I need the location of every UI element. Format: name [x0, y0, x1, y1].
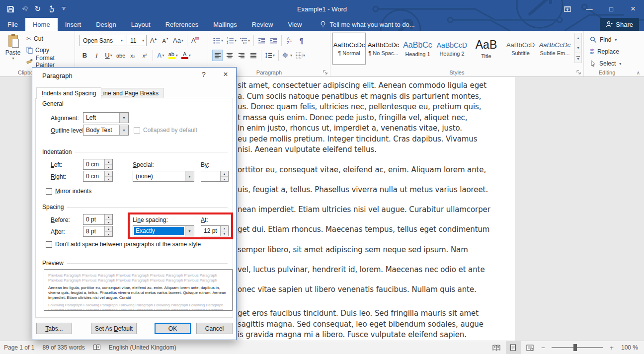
tab-layout[interactable]: Layout: [124, 18, 158, 31]
ok-button[interactable]: OK: [155, 323, 191, 334]
zoom-out-button[interactable]: −: [540, 344, 547, 352]
subscript-button[interactable]: x₂: [128, 50, 138, 61]
word-count[interactable]: 89 of 335 words: [38, 341, 88, 354]
collapse-ribbon-icon[interactable]: ∧: [637, 70, 640, 75]
cut-button[interactable]: ✂Cut: [26, 34, 75, 43]
share-button[interactable]: Share: [600, 18, 639, 31]
zoom-level[interactable]: 100 %: [617, 341, 640, 354]
highlight-button[interactable]: ab▾: [167, 50, 179, 61]
styles-dialog-launcher-icon[interactable]: [576, 70, 581, 75]
page-count[interactable]: Page 1 of 1: [0, 341, 38, 354]
undo-icon[interactable]: ↶▾: [22, 4, 27, 13]
format-painter-button[interactable]: Format Painter: [26, 57, 75, 66]
styles-scroll-down-icon[interactable]: ▾: [574, 43, 582, 53]
document-line[interactable]: a. Cum sociis natoque penatibus et magni…: [238, 92, 481, 101]
alignment-dropdown[interactable]: Left▾: [83, 112, 129, 123]
line-spacing-button[interactable]: ▾: [264, 50, 276, 61]
align-right-button[interactable]: [236, 50, 246, 61]
document-line[interactable]: nisi. Aenean vulputate eleifend tellus.: [238, 145, 377, 154]
document-line[interactable]: sagittis magna. Sed consequat, leo eget …: [238, 320, 483, 329]
tab-view[interactable]: View: [280, 18, 309, 31]
minimize-icon[interactable]: —: [578, 0, 600, 18]
style-title[interactable]: AaBTitle: [470, 33, 503, 65]
document-line[interactable]: uis, feugiat a, tellus. Phasellus viverr…: [238, 185, 488, 194]
document-line[interactable]: nean imperdiet. Etiam ultricies nisi vel…: [238, 205, 490, 214]
spacing-before-spinner[interactable]: 0 pt▴▾: [83, 214, 113, 225]
decrease-indent-button[interactable]: [256, 35, 267, 46]
tab-references[interactable]: References: [158, 18, 206, 31]
spin-up-icon[interactable]: ▴: [105, 226, 112, 232]
style-subtitle[interactable]: AaBbCcDSubtitle: [504, 33, 537, 65]
document-line[interactable]: vel, luctus pulvinar, hendrerit id, lore…: [238, 265, 485, 274]
dialog-help-icon[interactable]: ?: [196, 68, 211, 81]
tabs-button[interactable]: Tabs...: [36, 323, 72, 334]
indent-left-spinner[interactable]: 0 cm▴▾: [83, 159, 113, 170]
document-line[interactable]: In enim justo, rhoncus ut, imperdiet a, …: [238, 124, 462, 133]
document-line[interactable]: us. Donec quam felis, ultricies nec, pel…: [238, 102, 481, 111]
by-spinner[interactable]: ▴▾: [201, 171, 229, 182]
spin-up-icon[interactable]: ▴: [221, 226, 228, 231]
text-effects-button[interactable]: A▾: [156, 50, 166, 61]
multilevel-list-button[interactable]: ▾: [239, 35, 251, 46]
document-line[interactable]: get eros faucibus tincidunt. Duis leo. S…: [238, 309, 479, 318]
redo-icon[interactable]: ↻: [35, 4, 41, 13]
document-line[interactable]: t massa quis enim. Donec pede justo, fri…: [238, 113, 467, 122]
zoom-in-button[interactable]: +: [608, 344, 615, 352]
numbering-button[interactable]: 123▾: [226, 35, 238, 46]
styles-more-icon[interactable]: ▾: [574, 53, 582, 63]
spin-up-icon[interactable]: ▴: [221, 171, 228, 177]
style-normal[interactable]: AaBbCcDc¶ Normal: [332, 33, 366, 65]
font-name-combobox[interactable]: Open Sans▾: [80, 35, 125, 46]
tab-design[interactable]: Design: [88, 18, 123, 31]
bullets-button[interactable]: ▾: [212, 35, 224, 46]
paragraph-dialog-launcher-icon[interactable]: [322, 70, 328, 75]
maximize-icon[interactable]: □: [600, 0, 622, 18]
copy-button[interactable]: Copy: [26, 46, 75, 55]
dont-add-space-checkbox[interactable]: Don't add space between paragraphs of th…: [46, 241, 201, 248]
document-line[interactable]: get dui. Etiam rhoncus. Maecenas tempus,…: [238, 225, 489, 234]
spin-down-icon[interactable]: ▾: [221, 177, 228, 182]
spacing-after-spinner[interactable]: 8 pt▴▾: [83, 226, 113, 237]
zoom-slider-thumb[interactable]: [573, 344, 577, 351]
document-line[interactable]: sit amet, consectetuer adipiscing elit. …: [238, 81, 486, 90]
tab-insert[interactable]: Insert: [58, 18, 89, 31]
tab-indents-and-spacing[interactable]: Indents and Spacing: [36, 87, 101, 99]
grow-font-button[interactable]: A▴: [148, 35, 159, 46]
increase-indent-button[interactable]: [268, 35, 279, 46]
document-line[interactable]: is gravida magna mi a libero. Fusce vulp…: [238, 330, 467, 339]
justify-button[interactable]: [248, 50, 258, 61]
tab-mailings[interactable]: Mailings: [206, 18, 244, 31]
style-heading-2[interactable]: AaBbCcDHeading 2: [435, 33, 469, 65]
document-line[interactable]: semper libero, sit amet adipiscing sem n…: [238, 245, 468, 254]
paste-button[interactable]: Paste ▾: [2, 33, 23, 67]
tell-me-box[interactable]: Tell me what you want to do...: [320, 18, 414, 31]
style-heading-1[interactable]: AaBbCcHeading 1: [401, 33, 434, 65]
align-left-button[interactable]: [212, 50, 223, 61]
tab-review[interactable]: Review: [244, 18, 281, 31]
checkbox-box[interactable]: [46, 241, 52, 248]
save-icon[interactable]: [7, 5, 14, 13]
spin-down-icon[interactable]: ▾: [105, 220, 112, 225]
change-case-button[interactable]: Aa▾: [172, 35, 184, 46]
select-button[interactable]: Select▾: [590, 59, 621, 69]
spin-up-icon[interactable]: ▴: [105, 214, 112, 220]
document-line[interactable]: onec vitae sapien ut libero venenatis fa…: [238, 285, 477, 294]
outline-level-dropdown[interactable]: Body Text▾: [83, 125, 129, 136]
touch-mode-icon[interactable]: ▾: [48, 5, 54, 13]
strikethrough-button[interactable]: abc: [115, 50, 126, 61]
set-as-default-button[interactable]: Set As Default: [91, 323, 137, 334]
superscript-button[interactable]: x²: [140, 50, 150, 61]
font-size-combobox[interactable]: 11▾: [127, 35, 147, 46]
spin-down-icon[interactable]: ▾: [221, 231, 228, 236]
spin-up-icon[interactable]: ▴: [105, 171, 112, 177]
dialog-close-icon[interactable]: ×: [218, 68, 233, 81]
read-mode-icon[interactable]: [489, 341, 504, 354]
close-icon[interactable]: ×: [622, 0, 644, 18]
line-spacing-dropdown[interactable]: Exactly▾: [133, 225, 194, 236]
qat-customize-icon[interactable]: ▾: [62, 7, 66, 11]
zoom-slider[interactable]: [552, 347, 603, 348]
tab-home[interactable]: Home: [25, 18, 58, 31]
special-dropdown[interactable]: (none)▾: [133, 171, 194, 182]
italic-button[interactable]: I: [91, 50, 102, 61]
replace-button[interactable]: abacReplace: [590, 47, 621, 57]
